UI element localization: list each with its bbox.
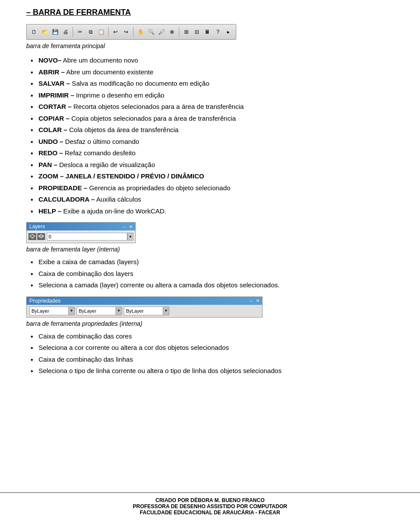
list-item-layers-2: Caixa de combinação dos layers xyxy=(26,269,394,279)
list-item-redo: REDO – Refaz comando desfeito xyxy=(26,148,394,158)
main-bullet-list: NOVO– Abre um documento novo ABRIR – Abr… xyxy=(26,56,394,216)
svg-marker-0 xyxy=(30,234,35,238)
key-undo: UNDO – xyxy=(38,138,63,145)
list-item-cortar: CORTAR – Recorta objetos selecionados pa… xyxy=(26,102,394,112)
toolbar-principal-label: barra de ferramenta principal xyxy=(26,42,394,49)
prop-bylayer-2-text: ByLayer xyxy=(77,307,116,315)
separator-2 xyxy=(108,27,108,37)
layers-title-text: Layers xyxy=(29,223,45,230)
key-propiedade: PROPIEDADE – xyxy=(38,184,88,192)
propriedades-toolbar-widget: Propriedades – ✕ ByLayer ▼ ByLayer ▼ xyxy=(26,297,262,318)
list-item-layers-3: Seleciona a camada (layer) corrente ou a… xyxy=(26,280,394,290)
key-zoom: ZOOM – JANELA / ESTENDIDO / PRÉVIO / DIN… xyxy=(38,172,204,180)
list-item-novo: NOVO– Abre um documento novo xyxy=(26,56,394,66)
layers-content-bar: 0 ▼ xyxy=(27,230,135,243)
prop-lineweight-combo[interactable]: ByLayer ▼ xyxy=(124,307,169,315)
open-file-icon[interactable]: 📂 xyxy=(40,27,49,37)
grid-icon[interactable]: ⊟ xyxy=(192,27,202,37)
list-item-colar: COLAR – Cola objetos da área de transfer… xyxy=(26,125,394,135)
key-pan: PAN – xyxy=(38,161,57,168)
prop-bylayer-3-arrow[interactable]: ▼ xyxy=(163,307,169,315)
layers-title-bar: Layers – ✕ xyxy=(27,223,135,230)
list-item-copiar: COPIAR – Copia objetos selecionados para… xyxy=(26,114,394,124)
redo-icon[interactable]: ↪ xyxy=(121,27,131,37)
help-icon[interactable]: ? xyxy=(213,27,223,37)
footer: CRIADO POR DÉBORA M. BUENO FRANCO PROFES… xyxy=(0,492,420,520)
prop-close-icon[interactable]: ✕ xyxy=(256,298,259,303)
list-item-calculadora: CALCULADORA – Auxilia cálculos xyxy=(26,195,394,205)
prop-title-text: Propriedades xyxy=(29,298,60,304)
copy-icon[interactable]: ⧉ xyxy=(86,27,95,37)
layers-toolbar-widget: Layers – ✕ xyxy=(26,222,136,243)
key-redo: REDO – xyxy=(38,149,63,157)
prop-color-combo[interactable]: ByLayer ▼ xyxy=(29,307,75,315)
key-novo: NOVO– xyxy=(38,56,62,64)
save-icon[interactable]: 💾 xyxy=(50,27,60,37)
list-item-help: HELP – Exibe a ajuda on-line do WorkCAD. xyxy=(26,206,394,216)
key-help: HELP – xyxy=(38,207,61,215)
list-item-prop-2: Seleciona a cor corrente ou altera a cor… xyxy=(26,343,394,353)
prop-content-bar: ByLayer ▼ ByLayer ▼ ByLayer ▼ xyxy=(27,305,262,317)
list-item-imprimir: IMPRIMIR – Imprime o desenho em edição xyxy=(26,91,394,101)
zoom-arrow-icon[interactable]: ⊕ xyxy=(167,27,177,37)
layers-close-icon[interactable]: ✕ xyxy=(129,224,133,229)
layers-dropdown-arrow[interactable]: ▼ xyxy=(127,233,133,241)
prop-toolbar-label: barra de ferramenta propriedades (intern… xyxy=(26,320,394,327)
properties-icon[interactable]: ⊞ xyxy=(182,27,191,37)
layers-combo[interactable]: 0 ▼ xyxy=(47,233,133,241)
layers-bullet-list: Exibe a caixa de camadas (layers) Caixa … xyxy=(26,257,394,290)
zoom-in-icon[interactable]: 🔎 xyxy=(157,27,166,37)
list-item-prop-4: Seleciona o tipo de linha corrente ou al… xyxy=(26,366,394,376)
toolbar-image: 🗋 📂 💾 🖨 ✂ ⧉ 📋 ↩ ↪ ✋ 🔍 🔎 ⊕ ⊞ ⊟ 🖩 ? xyxy=(26,24,394,40)
list-item-propiedade: PROPIEDADE – Gerencia as propriedades do… xyxy=(26,183,394,193)
main-toolbar-bar: 🗋 📂 💾 🖨 ✂ ⧉ 📋 ↩ ↪ ✋ 🔍 🔎 ⊕ ⊞ ⊟ 🖩 ? xyxy=(26,24,236,40)
layers-value-box[interactable]: 0 xyxy=(47,233,127,241)
cut-icon[interactable]: ✂ xyxy=(75,27,85,37)
separator-1 xyxy=(73,27,73,37)
prop-bylayer-3-text: ByLayer xyxy=(124,307,163,315)
separator-4 xyxy=(179,27,179,37)
calculator-icon[interactable]: 🖩 xyxy=(203,27,212,37)
footer-line-3: FACULDADE EDUCACIONAL DE ARAUCÁRIA - FAC… xyxy=(9,510,411,516)
undo-icon[interactable]: ↩ xyxy=(111,27,120,37)
prop-bylayer-1-arrow[interactable]: ▼ xyxy=(69,307,75,315)
key-cortar: CORTAR – xyxy=(38,103,72,110)
key-calculadora: CALCULADORA – xyxy=(38,195,95,203)
list-item-prop-3: Caixa de combinação das linhas xyxy=(26,355,394,365)
prop-bullet-list: Caixa de combinação das cores Seleciona … xyxy=(26,332,394,376)
zoom-icon[interactable]: 🔍 xyxy=(146,27,156,37)
key-salvar: SALVAR – xyxy=(38,80,70,87)
list-item-abrir: ABRIR – Abre um documento existente xyxy=(26,67,394,77)
key-copiar: COPIAR – xyxy=(38,115,70,122)
list-item-pan: PAN – Desloca a região de visualização xyxy=(26,160,394,170)
prop-title-bar: Propriedades – ✕ xyxy=(27,297,262,305)
key-colar: COLAR – xyxy=(38,126,67,133)
footer-line-1: CRIADO POR DÉBORA M. BUENO FRANCO xyxy=(9,497,411,503)
list-item-zoom: ZOOM – JANELA / ESTENDIDO / PRÉVIO / DIN… xyxy=(26,171,394,181)
prop-bylayer-2-arrow[interactable]: ▼ xyxy=(116,307,122,315)
pan-icon[interactable]: ✋ xyxy=(136,27,145,37)
layers-icon-2[interactable] xyxy=(37,233,45,240)
list-item-layers-1: Exibe a caixa de camadas (layers) xyxy=(26,257,394,267)
paste-icon[interactable]: 📋 xyxy=(96,27,106,37)
page-title: – BARRA DE FERRAMENTA xyxy=(26,8,394,17)
new-file-icon[interactable]: 🗋 xyxy=(29,27,39,37)
list-item-salvar: SALVAR – Salva as modificação no documen… xyxy=(26,79,394,89)
list-item-undo: UNDO – Desfaz o último comando xyxy=(26,137,394,147)
separator-3 xyxy=(133,27,133,37)
layers-icons-group xyxy=(28,233,45,240)
key-imprimir: IMPRIMIR – xyxy=(38,91,74,99)
layers-minimize-icon[interactable]: – xyxy=(123,224,126,229)
list-item-prop-1: Caixa de combinação das cores xyxy=(26,332,394,342)
prop-minimize-icon[interactable]: – xyxy=(250,298,252,303)
layers-icon-1[interactable] xyxy=(28,233,36,240)
print-icon[interactable]: 🖨 xyxy=(61,27,70,37)
page: – BARRA DE FERRAMENTA 🗋 📂 💾 🖨 ✂ ⧉ 📋 ↩ ↪ … xyxy=(0,0,420,520)
extra-icon[interactable]: ▸ xyxy=(224,27,233,37)
key-abrir: ABRIR – xyxy=(38,68,65,76)
footer-line-2: PROFESSORA DE DESENHO ASSISTIDO POR COMP… xyxy=(9,503,411,510)
layers-current-value: 0 xyxy=(49,234,51,239)
prop-linetype-combo[interactable]: ByLayer ▼ xyxy=(77,307,122,315)
prop-bylayer-1-text: ByLayer xyxy=(29,307,69,315)
layers-toolbar-label: barra de ferramenta layer (interna) xyxy=(26,246,394,253)
